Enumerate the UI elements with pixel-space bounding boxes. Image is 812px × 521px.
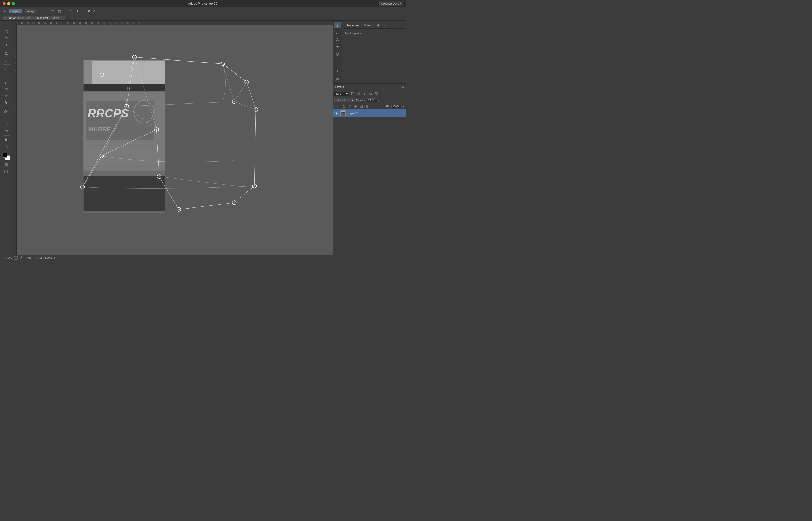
- layers-filter-select[interactable]: Kind: [334, 92, 349, 96]
- layout-button[interactable]: Layout: [9, 9, 23, 14]
- quick-mask-button[interactable]: [2, 162, 10, 168]
- proof-setup-icon[interactable]: [14, 256, 18, 260]
- lock-image-icon[interactable]: [348, 104, 352, 108]
- redo-warp-icon[interactable]: [76, 8, 81, 14]
- magic-wand-tool[interactable]: [2, 42, 10, 48]
- svg-rect-113: [84, 84, 165, 91]
- traffic-lights: [3, 2, 15, 5]
- crop-tool[interactable]: [2, 50, 10, 56]
- filter-pixel-icon[interactable]: [350, 91, 355, 96]
- channels-icon-btn[interactable]: [334, 58, 341, 65]
- commit-transform-button[interactable]: ✓: [93, 9, 96, 13]
- clone-stamp-tool[interactable]: [2, 79, 10, 85]
- zoom-tool[interactable]: [2, 143, 10, 150]
- workspace-selector[interactable]: Creative Days ▾: [379, 1, 403, 6]
- canvas-content: RRCPS HURRE: [17, 25, 332, 260]
- svg-rect-157: [339, 32, 339, 33]
- svg-rect-118: [84, 176, 165, 211]
- maximize-button[interactable]: [12, 2, 15, 5]
- share-icon[interactable]: [20, 256, 24, 260]
- svg-rect-182: [366, 106, 368, 108]
- zoom-level: 16.67%: [2, 256, 11, 259]
- fill-input[interactable]: [391, 105, 402, 108]
- document-tab[interactable]: × L1003485.DNG @ 16.7% (Layer 0, RGB/16): [2, 16, 65, 20]
- svg-point-24: [5, 81, 6, 82]
- rows-icon[interactable]: [50, 8, 55, 14]
- dodge-tool[interactable]: [2, 99, 10, 106]
- screen-mode-button[interactable]: [2, 168, 10, 175]
- eraser-tool[interactable]: [2, 86, 10, 92]
- warp-canvas[interactable]: RRCPS HURRE: [17, 25, 332, 260]
- blend-mode-select[interactable]: Normal Multiply Screen Overlay: [334, 98, 355, 103]
- paragraph-icon-btn[interactable]: [334, 75, 341, 82]
- warp-button[interactable]: Warp: [25, 9, 36, 14]
- lock-label: Lock:: [334, 105, 341, 108]
- cancel-transform-button[interactable]: ✕: [87, 9, 91, 13]
- tool-options-icon[interactable]: [2, 8, 7, 14]
- svg-rect-167: [336, 62, 339, 63]
- tab-actions[interactable]: Actions: [361, 23, 375, 28]
- histogram-icon-btn[interactable]: [334, 29, 341, 36]
- svg-rect-40: [5, 164, 7, 165]
- properties-main-panel: Properties Actions History ≡ No Properti…: [342, 21, 406, 83]
- grid-icon[interactable]: [57, 8, 62, 14]
- properties-panel-menu[interactable]: ≡: [389, 23, 390, 28]
- layers-blend-bar: Normal Multiply Screen Overlay Opacity: …: [333, 97, 406, 104]
- lasso-tool[interactable]: [2, 35, 10, 41]
- undo-warp-icon[interactable]: [69, 8, 74, 14]
- opacity-input[interactable]: [367, 98, 377, 102]
- layers-icon-btn[interactable]: [334, 51, 341, 58]
- svg-text:i: i: [337, 39, 338, 41]
- gradient-tool[interactable]: [2, 93, 10, 99]
- layers-panel-title: Layers: [335, 85, 344, 89]
- document-close-icon[interactable]: ×: [4, 17, 6, 19]
- move-tool[interactable]: [2, 22, 10, 28]
- filter-type-icon[interactable]: T: [362, 91, 367, 96]
- status-arrow[interactable]: ▶: [54, 256, 56, 259]
- shape-tool[interactable]: [2, 128, 10, 134]
- hand-tool[interactable]: [2, 137, 10, 143]
- no-properties-text: No Properties: [344, 31, 404, 36]
- tab-properties[interactable]: Properties: [344, 23, 361, 28]
- brush-tool[interactable]: [2, 72, 10, 78]
- color-swatches[interactable]: [3, 153, 10, 160]
- eyedropper-tool[interactable]: [2, 57, 10, 63]
- tab-history[interactable]: History: [375, 23, 388, 28]
- type-tool[interactable]: T: [2, 115, 10, 121]
- svg-point-28: [5, 101, 7, 103]
- lock-all-icon[interactable]: [365, 104, 369, 108]
- lock-position-icon[interactable]: [353, 104, 358, 108]
- lock-transparent-icon[interactable]: [342, 104, 346, 108]
- properties-icon-btn[interactable]: [334, 22, 341, 28]
- filter-adjust-icon[interactable]: [356, 91, 361, 96]
- character-icon-btn[interactable]: A: [334, 68, 341, 75]
- svg-rect-188: [341, 112, 345, 113]
- layer-visibility-toggle[interactable]: [334, 111, 339, 115]
- filter-shape-icon[interactable]: [368, 91, 373, 96]
- svg-point-175: [358, 93, 360, 95]
- svg-rect-173: [351, 92, 354, 95]
- spot-heal-tool[interactable]: [2, 66, 10, 72]
- minimize-button[interactable]: [7, 2, 10, 5]
- pen-tool[interactable]: [2, 108, 10, 114]
- columns-icon[interactable]: [42, 8, 48, 14]
- info-icon-btn[interactable]: i: [334, 36, 341, 43]
- select-rect-tool[interactable]: [2, 28, 10, 35]
- layers-lock-bar: Lock: Fill:: [333, 104, 406, 109]
- layers-panel-menu[interactable]: ≡: [402, 85, 404, 89]
- panel-icon-bar: i A: [333, 21, 342, 83]
- fill-label: Fill:: [386, 105, 390, 108]
- svg-rect-176: [370, 93, 372, 94]
- filter-smart-icon[interactable]: [374, 91, 379, 96]
- lock-artboard-icon[interactable]: [359, 104, 363, 108]
- layer-row[interactable]: GRF Layer 0: [333, 109, 406, 117]
- svg-text:0: 0: [61, 22, 62, 24]
- foreground-color-swatch[interactable]: [3, 153, 7, 158]
- color-icon-btn[interactable]: [334, 43, 341, 50]
- svg-text:-5: -5: [55, 22, 57, 24]
- path-select-tool[interactable]: [2, 121, 10, 128]
- ruler-left: -1 0 5 1 5 2 0 2: [13, 25, 17, 260]
- main-area: T: [0, 21, 406, 260]
- app-title: Adobe Photoshop CC: [188, 2, 218, 5]
- close-button[interactable]: [3, 2, 6, 5]
